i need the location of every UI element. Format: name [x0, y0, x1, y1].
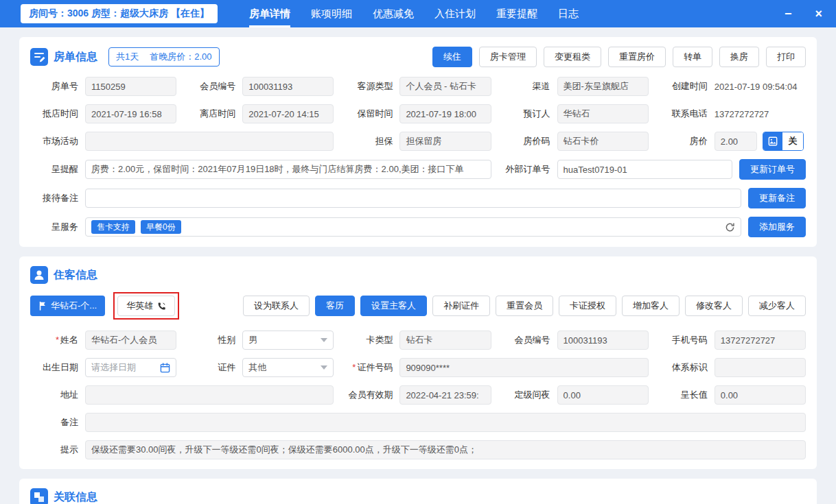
change-room-button[interactable]: 换房	[719, 47, 759, 67]
birthday-input[interactable]: 请选择日期	[85, 358, 176, 377]
order-section-title: 房单信息	[54, 50, 97, 64]
channel-label: 渠道	[502, 80, 557, 93]
guest-actions: 设为联系人 客历 设置主客人 补刷证件 重置会员 卡证授权 增加客人 修改客人 …	[243, 296, 806, 316]
close-icon[interactable]: ×	[815, 8, 822, 20]
mobile-value: 13727272727	[715, 331, 806, 350]
guest-history-button[interactable]: 客历	[315, 296, 355, 316]
external-order-input[interactable]: huaTest0719-01	[557, 160, 732, 179]
price-display-toggle: 关	[763, 132, 804, 151]
guest-section-title: 住客信息	[54, 268, 97, 283]
guest-info-section: 住客信息 华钻石-个... 华英雄	[19, 256, 817, 469]
campaign-label: 市场活动	[30, 135, 85, 147]
id-type-select[interactable]: 其他	[242, 358, 334, 377]
order-info-section: 房单信息 共1天 首晚房价：2.00 续住 房卡管理 变更租类 重置房价 转单 …	[19, 37, 817, 247]
tab-account-detail[interactable]: 账项明细	[311, 0, 352, 27]
hold-time-value: 2021-07-19 18:00	[399, 104, 491, 123]
reminder-value: 房费：2.00元，保留时间：2021年07月19日18时，最终与门店结算房费：2…	[85, 160, 491, 179]
required-mark: *	[56, 335, 59, 345]
calendar-icon[interactable]	[160, 363, 170, 373]
stay-summary-badge: 共1天 首晚房价：2.00	[108, 47, 220, 67]
order-info-header: 房单信息 共1天 首晚房价：2.00 续住 房卡管理 变更租类 重置房价 转单 …	[30, 47, 806, 67]
order-form: 房单号 1150259 会员编号 100031193 客源类型 个人会员 - 钻…	[30, 77, 806, 237]
tab-discount[interactable]: 优惠减免	[373, 0, 414, 27]
red-highlight-annotation: 华英雄	[113, 292, 179, 320]
channel-field: 渠道 美团-东呈旗舰店	[502, 77, 649, 96]
mobile-field: 手机号码 13727272727	[660, 331, 806, 350]
service-tag: 早餐0份	[141, 220, 181, 234]
order-no-label: 房单号	[30, 80, 85, 93]
room-price-field: 房价 2.00 关	[660, 132, 806, 151]
member-no-value: 100031193	[242, 77, 334, 96]
leave-time-value: 2021-07-20 14:15	[242, 104, 334, 123]
guest-tab-primary[interactable]: 华钻石-个...	[30, 296, 105, 316]
phone-icon	[157, 302, 166, 311]
refresh-icon[interactable]	[725, 222, 735, 232]
room-card-manage-button[interactable]: 房卡管理	[479, 47, 537, 67]
price-switch-state[interactable]: 关	[782, 132, 803, 150]
chevron-down-icon	[321, 365, 327, 370]
reception-note-input[interactable]	[85, 189, 741, 208]
reset-member-button[interactable]: 重置会员	[496, 296, 553, 316]
service-tags-container: 售卡支持 早餐0份	[85, 217, 741, 237]
tab-log[interactable]: 日志	[558, 0, 579, 27]
guest-tip-text: 保级还需要30.00间夜，升级下一等级还需0间夜；保级还需要6000.00点，升…	[91, 444, 477, 456]
set-contact-button[interactable]: 设为联系人	[243, 296, 310, 316]
order-no-value: 1150259	[85, 77, 176, 96]
first-night-price: 首晚房价：2.00	[150, 51, 211, 63]
external-order-field: 外部订单号 huaTest0719-01 更新订单号	[502, 159, 806, 180]
tab-checkin-plan[interactable]: 入住计划	[434, 0, 476, 27]
channel-value: 美团-东呈旗舰店	[557, 77, 649, 96]
rate-code-label: 房价码	[502, 135, 557, 147]
chevron-down-icon	[321, 338, 327, 342]
tab-order-detail[interactable]: 房单详情	[249, 0, 290, 27]
card-type-value: 钻石卡	[399, 331, 491, 350]
guest-tab-label: 华英雄	[126, 300, 153, 312]
price-chart-icon-button[interactable]	[763, 132, 782, 150]
minimize-icon[interactable]: −	[785, 8, 792, 20]
reception-note-label: 接待备注	[30, 192, 85, 204]
add-guest-button[interactable]: 增加客人	[622, 296, 680, 316]
guest-tab-secondary[interactable]: 华英雄	[117, 296, 175, 316]
guarantee-value: 担保留房	[399, 132, 491, 151]
hold-time-field: 保留时间 2021-07-19 18:00	[345, 104, 491, 123]
guest-member-no-value: 100031193	[557, 331, 649, 350]
required-mark: *	[352, 362, 356, 372]
transfer-order-button[interactable]: 转单	[673, 47, 712, 67]
guarantee-label: 担保	[345, 135, 399, 147]
gender-value: 男	[248, 334, 257, 346]
member-expiry-field: 会员有效期 2022-04-21 23:59:	[345, 385, 491, 405]
change-rent-type-button[interactable]: 变更租类	[544, 47, 601, 67]
update-note-button[interactable]: 更新备注	[748, 188, 806, 208]
print-button[interactable]: 打印	[766, 47, 806, 67]
gender-select[interactable]: 男	[242, 331, 334, 350]
id-no-value: 909090****	[399, 358, 648, 377]
reception-note-field: 接待备注 更新备注	[30, 188, 806, 208]
remove-guest-button[interactable]: 减少客人	[748, 296, 806, 316]
add-service-button[interactable]: 添加服务	[748, 217, 806, 237]
update-order-no-button[interactable]: 更新订单号	[739, 159, 806, 180]
edit-guest-button[interactable]: 修改客人	[685, 296, 743, 316]
reminder-field: 呈提醒 房费：2.00元，保留时间：2021年07月19日18时，最终与门店结算…	[30, 159, 491, 180]
guest-toolbar: 华钻石-个... 华英雄 设为联系人 客历 设置主客人 补刷证件 重置会员	[30, 292, 806, 320]
topbar: 房间号：3006 房型：超级大床房 【在住】 房单详情 账项明细 优惠减免 入住…	[0, 0, 836, 27]
campaign-field: 市场活动	[30, 132, 334, 151]
service-label: 呈服务	[30, 221, 85, 233]
rescan-id-button[interactable]: 补刷证件	[432, 296, 490, 316]
system-flag-value	[715, 358, 806, 377]
set-main-guest-button[interactable]: 设置主客人	[360, 296, 427, 316]
contact-phone-field: 联系电话 13727272727	[660, 104, 806, 123]
guest-people-icon	[30, 266, 48, 284]
create-time-label: 创建时间	[660, 80, 715, 93]
arrive-time-label: 抵店时间	[30, 108, 85, 120]
card-type-field: 卡类型 钻石卡	[345, 331, 491, 350]
extend-stay-button[interactable]: 续住	[432, 47, 472, 67]
member-expiry-value: 2022-04-21 23:59:	[399, 385, 491, 405]
guest-tip-field: 提示 保级还需要30.00间夜，升级下一等级还需0间夜；保级还需要6000.00…	[30, 440, 806, 459]
leave-time-label: 离店时间	[187, 108, 242, 120]
room-price-value: 2.00	[715, 132, 757, 151]
guest-name-label: *姓名	[30, 334, 85, 346]
card-authorize-button[interactable]: 卡证授权	[559, 296, 616, 316]
system-flag-label: 体系标识	[660, 361, 715, 374]
reset-price-button[interactable]: 重置房价	[608, 47, 666, 67]
tab-important-reminder[interactable]: 重要提醒	[496, 0, 537, 27]
